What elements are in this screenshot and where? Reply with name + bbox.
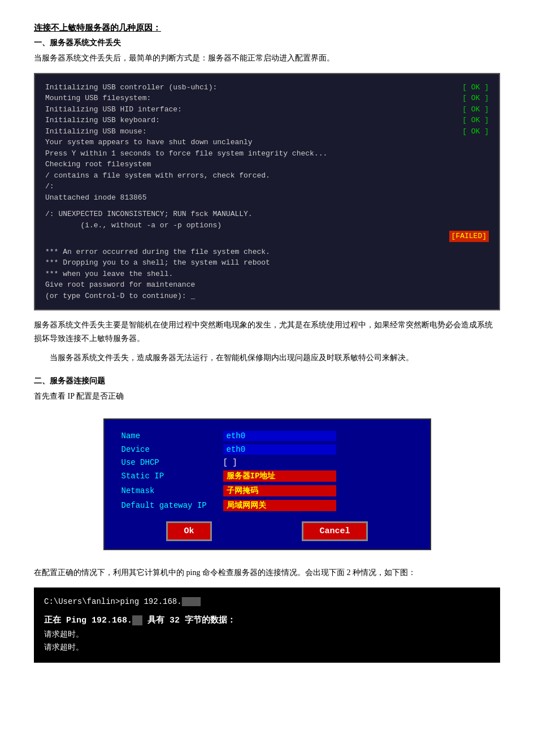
- terminal-line: *** when you leave the shell.: [45, 269, 489, 280]
- section1-para3: 当服务器系统文件丢失，造成服务器无法运行，在智能机保修期内出现问题应及时联系敏特…: [34, 351, 500, 365]
- terminal-line: /: UNEXPECTED INCONSISTENCY; RUN fsck MA…: [45, 209, 489, 220]
- config-row-name: Name eth0: [121, 431, 413, 441]
- config-label-netmask: Netmask: [121, 486, 223, 495]
- config-row-netmask: Netmask 子网掩码: [121, 485, 413, 496]
- terminal-line: Initializing USB controller (usb-uhci): …: [45, 82, 489, 93]
- main-title: 连接不上敏特服务器的几种原因：: [34, 23, 500, 33]
- config-row-gateway: Default gateway IP 局域网网关: [121, 500, 413, 511]
- terminal-line: / contains a file system with errors, ch…: [45, 170, 489, 182]
- terminal-line-failed: [FAILED]: [45, 231, 489, 242]
- ping-timeout-1: 请求超时。: [44, 628, 490, 642]
- terminal-line: Your system appears to have shut down un…: [45, 137, 489, 148]
- terminal-line: Unattached inode 813865: [45, 192, 489, 204]
- terminal-line: Initializing USB mouse: [ OK ]: [45, 126, 489, 137]
- config-value-device: eth0: [223, 444, 336, 455]
- terminal-spacer: [45, 203, 489, 209]
- ping-terminal-block: C:\Users\fanlin>ping 192.168.████ 正在 Pin…: [34, 587, 500, 663]
- terminal-line: *** Dropping you to a shell; the system …: [45, 257, 489, 269]
- section1-para2: 服务器系统文件丢失主要是智能机在使用过程中突然断电现象的发生，尤其是在系统使用过…: [34, 318, 500, 345]
- terminal-screenshot-1: Initializing USB controller (usb-uhci): …: [34, 73, 500, 311]
- config-label-name: Name: [121, 431, 223, 440]
- terminal-line: Checking root filesystem: [45, 159, 489, 170]
- terminal-spacer: [45, 242, 489, 247]
- ping-info-line: 正在 Ping 192.168.██ 具有 32 字节的数据：: [44, 614, 490, 628]
- section1-para1: 当服务器系统文件丢失后，最简单的判断方式是：服务器不能正常启动进入配置界面。: [34, 51, 500, 65]
- config-value-dhcp: [ ]: [223, 458, 237, 467]
- config-value-name: eth0: [223, 431, 336, 441]
- terminal-line: /:: [45, 181, 489, 192]
- terminal-line: Mounting USB filesystem: [ OK ]: [45, 93, 489, 104]
- config-row-dhcp: Use DHCP [ ]: [121, 458, 413, 467]
- cancel-button[interactable]: Cancel: [302, 521, 367, 541]
- config-row-static-ip: Static IP 服务器IP地址: [121, 470, 413, 482]
- config-label-dhcp: Use DHCP: [121, 458, 223, 467]
- section2-title: 二、服务器连接问题: [34, 376, 500, 386]
- config-value-static-ip: 服务器IP地址: [223, 470, 336, 482]
- section2-subtitle: 首先查看 IP 配置是否正确: [34, 390, 500, 403]
- config-value-netmask: 子网掩码: [223, 485, 336, 496]
- config-value-gateway: 局域网网关: [223, 500, 336, 511]
- ok-button[interactable]: Ok: [166, 521, 211, 541]
- config-label-static-ip: Static IP: [121, 472, 223, 481]
- network-config-container: Name eth0 Device eth0 Use DHCP [ ] Stati…: [34, 411, 500, 558]
- section1-title: 一、服务器系统文件丢失: [34, 38, 500, 48]
- config-label-gateway: Default gateway IP: [121, 501, 223, 510]
- section2-para1: 在配置正确的情况下，利用其它计算机中的 ping 命令检查服务器的连接情况。会出…: [34, 566, 500, 580]
- terminal-line: *** An error occurred during the file sy…: [45, 247, 489, 258]
- config-label-device: Device: [121, 445, 223, 454]
- config-button-row: Ok Cancel: [121, 521, 413, 541]
- terminal-line: Initializing USB keyboard: [ OK ]: [45, 115, 489, 126]
- ping-cmd-line: C:\Users\fanlin>ping 192.168.████: [44, 595, 490, 609]
- terminal-line: Initializing USB HID interface: [ OK ]: [45, 104, 489, 115]
- config-row-device: Device eth0: [121, 444, 413, 455]
- terminal-line: Press Y within 1 seconds to force file s…: [45, 148, 489, 159]
- terminal-line: Give root password for maintenance: [45, 279, 489, 291]
- terminal-line: (or type Control-D to continue): _: [45, 291, 489, 302]
- network-config-block: Name eth0 Device eth0 Use DHCP [ ] Stati…: [103, 418, 431, 550]
- terminal-line: (i.e., without -a or -p options): [45, 220, 489, 231]
- ping-timeout-2: 请求超时。: [44, 641, 490, 655]
